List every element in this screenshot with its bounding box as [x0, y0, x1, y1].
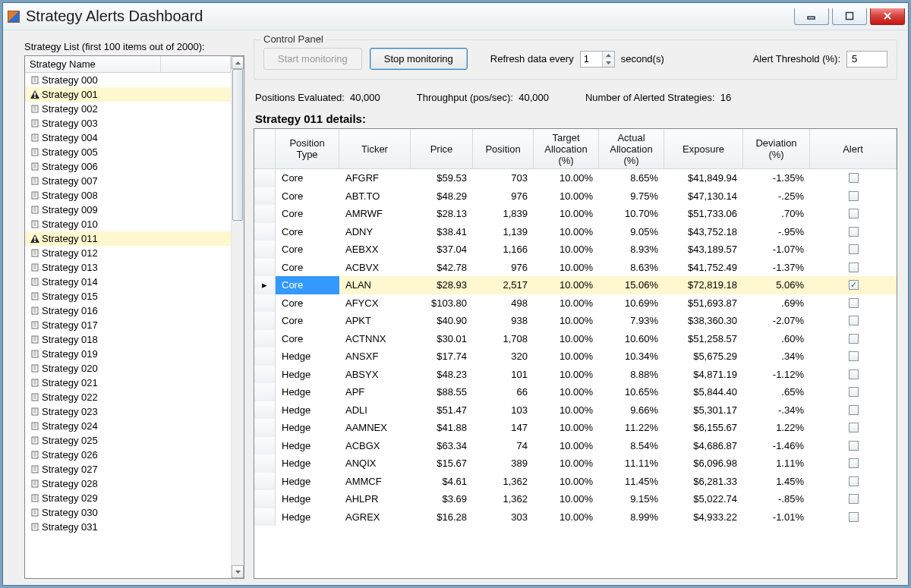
details-row[interactable]: HedgeAHLPR$3.691,36210.00%9.15%$5,022.74… [254, 490, 897, 508]
cell-alert[interactable] [810, 347, 897, 366]
strategy-row[interactable]: Strategy 028 [25, 476, 231, 491]
alert-checkbox[interactable] [849, 227, 859, 237]
details-row[interactable]: HedgeAAMNEX$41.8814710.00%11.22%$6,155.6… [254, 419, 897, 437]
strategy-row[interactable]: Strategy 022 [25, 390, 231, 404]
strategy-row[interactable]: Strategy 027 [25, 462, 231, 476]
alert-checkbox[interactable] [849, 351, 859, 361]
strategy-row[interactable]: Strategy 023 [25, 404, 231, 419]
details-row[interactable]: HedgeANQIX$15.6738910.00%11.11%$6,096.98… [254, 454, 897, 473]
minimize-button[interactable] [794, 8, 829, 25]
strategy-row[interactable]: Strategy 018 [25, 332, 231, 347]
details-row[interactable]: CoreACTNNX$30.011,70810.00%10.60%$51,258… [254, 330, 897, 348]
strategy-row[interactable]: Strategy 026 [25, 448, 231, 462]
alert-checkbox[interactable] [849, 280, 859, 290]
alert-checkbox[interactable] [849, 191, 859, 201]
alert-checkbox[interactable] [849, 209, 859, 219]
strategy-row[interactable]: Strategy 003 [25, 116, 231, 130]
row-header-stub[interactable] [254, 129, 276, 168]
details-row[interactable]: CoreABT.TO$48.2997610.00%9.75%$47,130.14… [254, 187, 897, 206]
strategy-row[interactable]: Strategy 031 [25, 520, 231, 534]
scroll-track[interactable] [232, 69, 244, 565]
alert-checkbox[interactable] [849, 441, 859, 451]
alert-checkbox[interactable] [849, 494, 859, 504]
header-deviation[interactable]: Deviation (%) [743, 129, 810, 168]
cell-alert[interactable] [810, 366, 897, 384]
cell-alert[interactable] [810, 437, 897, 455]
cell-alert[interactable] [810, 169, 897, 187]
spin-down-icon[interactable] [602, 59, 614, 67]
start-monitoring-button[interactable]: Start monitoring [263, 48, 362, 70]
spin-up-icon[interactable] [602, 52, 614, 59]
cell-alert[interactable] [810, 223, 897, 241]
scroll-up-button[interactable] [232, 56, 244, 69]
details-row[interactable]: HedgeABSYX$48.2310110.00%8.88%$4,871.19-… [254, 366, 897, 384]
cell-alert[interactable] [810, 312, 897, 330]
details-row[interactable]: HedgeANSXF$17.7432010.00%10.34%$5,675.29… [254, 347, 897, 366]
header-alert[interactable]: Alert [810, 129, 897, 168]
alert-checkbox[interactable] [849, 173, 859, 183]
details-grid[interactable]: Position Type Ticker Price Position Targ… [254, 128, 897, 579]
cell-alert[interactable] [810, 419, 897, 437]
alert-checkbox[interactable] [849, 316, 859, 325]
header-position[interactable]: Position [473, 129, 534, 168]
strategy-grid[interactable]: Strategy Name Strategy 000Strategy 001St… [24, 55, 244, 579]
strategy-row[interactable]: Strategy 020 [25, 361, 231, 376]
cell-alert[interactable] [810, 401, 897, 420]
alert-checkbox[interactable] [849, 476, 859, 486]
header-target-allocation[interactable]: Target Allocation (%) [534, 129, 599, 168]
details-row[interactable]: CoreAFGRF$59.5370310.00%8.65%$41,849.94-… [254, 169, 897, 187]
cell-alert[interactable] [810, 383, 897, 401]
cell-alert[interactable] [810, 473, 897, 491]
strategy-scrollbar[interactable] [231, 56, 244, 578]
alert-checkbox[interactable] [849, 512, 859, 522]
cell-alert[interactable] [810, 330, 897, 348]
alert-checkbox[interactable] [849, 263, 859, 272]
cell-alert[interactable] [810, 508, 897, 527]
strategy-row[interactable]: Strategy 011 [25, 231, 231, 246]
strategy-row[interactable]: Strategy 014 [25, 275, 231, 289]
strategy-row[interactable]: Strategy 007 [25, 174, 231, 188]
threshold-input[interactable]: 5 [846, 51, 887, 68]
scroll-thumb[interactable] [232, 69, 243, 221]
strategy-row[interactable]: Strategy 029 [25, 491, 231, 505]
details-row[interactable]: HedgeADLI$51.4710310.00%9.66%$5,301.17-.… [254, 401, 897, 420]
alert-checkbox[interactable] [849, 405, 859, 415]
header-exposure[interactable]: Exposure [664, 129, 743, 168]
details-row[interactable]: HedgeACBGX$63.347410.00%8.54%$4,686.87-1… [254, 437, 897, 455]
strategy-row[interactable]: Strategy 019 [25, 347, 231, 361]
alert-checkbox[interactable] [849, 298, 859, 308]
alert-checkbox[interactable] [849, 369, 859, 379]
strategy-row[interactable]: Strategy 017 [25, 318, 231, 332]
strategy-header-blank[interactable] [161, 56, 231, 72]
strategy-row[interactable]: Strategy 016 [25, 303, 231, 318]
details-row[interactable]: HedgeAMMCF$4.611,36210.00%11.45%$6,281.3… [254, 473, 897, 491]
cell-alert[interactable] [810, 490, 897, 508]
strategy-row[interactable]: Strategy 013 [25, 260, 231, 275]
details-row[interactable]: CoreAEBXX$37.041,16610.00%8.93%$43,189.5… [254, 241, 897, 259]
cell-alert[interactable] [810, 294, 897, 313]
header-price[interactable]: Price [411, 129, 473, 168]
refresh-interval-input[interactable]: 1 [580, 51, 615, 68]
cell-alert[interactable] [810, 205, 897, 223]
strategy-row[interactable]: Strategy 004 [25, 130, 231, 145]
maximize-button[interactable] [832, 8, 867, 25]
cell-alert[interactable] [810, 454, 897, 473]
strategy-row[interactable]: Strategy 012 [25, 246, 231, 260]
cell-alert[interactable] [810, 276, 897, 294]
scroll-down-button[interactable] [232, 565, 244, 578]
details-row[interactable]: CoreACBVX$42.7897610.00%8.63%$41,752.49-… [254, 259, 897, 277]
strategy-row[interactable]: Strategy 009 [25, 203, 231, 217]
strategy-row[interactable]: Strategy 005 [25, 145, 231, 159]
cell-alert[interactable] [810, 259, 897, 277]
alert-checkbox[interactable] [849, 387, 859, 397]
details-row[interactable]: ▸CoreALAN$28.932,51710.00%15.06%$72,819.… [254, 276, 897, 294]
alert-checkbox[interactable] [849, 334, 859, 344]
strategy-row[interactable]: Strategy 010 [25, 217, 231, 231]
strategy-row[interactable]: Strategy 015 [25, 289, 231, 303]
header-position-type[interactable]: Position Type [276, 129, 339, 168]
strategy-row[interactable]: Strategy 021 [25, 376, 231, 390]
strategy-row[interactable]: Strategy 024 [25, 419, 231, 433]
strategy-row[interactable]: Strategy 001 [25, 87, 231, 102]
strategy-header-name[interactable]: Strategy Name [25, 56, 161, 72]
stop-monitoring-button[interactable]: Stop monitoring [370, 48, 468, 70]
